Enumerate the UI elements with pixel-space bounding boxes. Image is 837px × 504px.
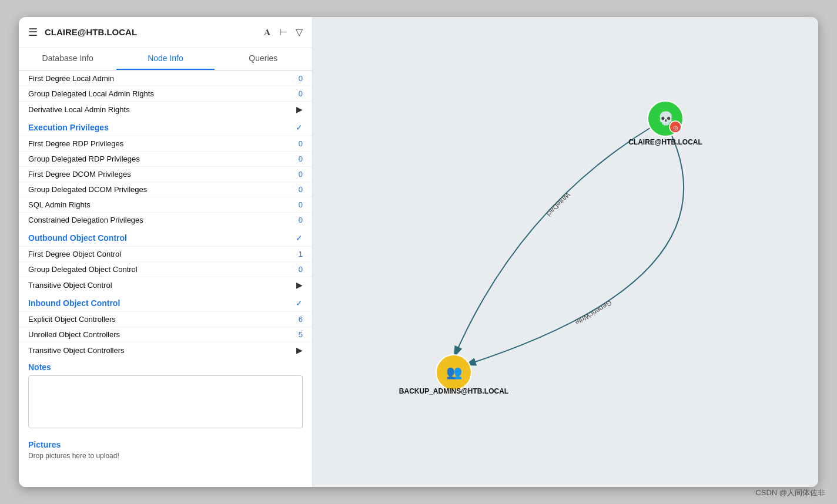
main-window: ☰ CLAIRE@HTB.LOCAL 𝐀 ⊢ ▽ Database Info N… xyxy=(19,17,818,487)
backup-label: BACKUP_ADMINS@HTB.LOCAL xyxy=(399,387,508,395)
row-label: First Degree Object Control xyxy=(28,250,121,258)
row-label: Transitive Object Control xyxy=(28,281,112,290)
graph-svg: WriteDacl GenericWrite 💀 ◎ CLAIRE@HTB.LO… xyxy=(313,17,818,487)
backup-group-icon: 👥 xyxy=(446,364,463,380)
execution-privileges-header[interactable]: Execution Privileges ✓ xyxy=(19,117,312,136)
row-arrow: ▶ xyxy=(296,280,303,290)
pictures-drop: Drop pictures here to upload! xyxy=(28,452,303,460)
row-value: 0 xyxy=(299,74,303,83)
row-value: 0 xyxy=(299,139,303,148)
row-label: Explicit Object Controllers xyxy=(28,315,116,324)
outbound-header[interactable]: Outbound Object Control ✓ xyxy=(19,227,312,246)
header-icons: 𝐀 ⊢ ▽ xyxy=(264,26,303,38)
row-value: 0 xyxy=(299,89,303,98)
row-label: First Degree Local Admin xyxy=(28,74,114,83)
sidebar-content: First Degree Local Admin 0 Group Delegat… xyxy=(19,70,312,487)
list-item[interactable]: Group Delegated Local Admin Rights 0 xyxy=(19,86,312,101)
pictures-section: Pictures Drop pictures here to upload! xyxy=(19,435,312,469)
sidebar: ☰ CLAIRE@HTB.LOCAL 𝐀 ⊢ ▽ Database Info N… xyxy=(19,17,313,487)
list-item[interactable]: Explicit Object Controllers 6 xyxy=(19,311,312,327)
list-item[interactable]: Transitive Object Controllers ▶ xyxy=(19,342,312,358)
inbound-chevron[interactable]: ✓ xyxy=(296,298,303,308)
list-item[interactable]: First Degree Object Control 1 xyxy=(19,246,312,261)
filter-icon[interactable]: ▽ xyxy=(296,26,303,38)
claire-target-cross: ◎ xyxy=(673,125,678,131)
list-item[interactable]: SQL Admin Rights 0 xyxy=(19,197,312,212)
row-label: Group Delegated DCOM Privileges xyxy=(28,185,147,194)
claire-label: CLAIRE@HTB.LOCAL xyxy=(628,138,702,146)
tab-queries[interactable]: Queries xyxy=(215,48,312,70)
row-label: Transitive Object Controllers xyxy=(28,346,125,355)
outbound-title: Outbound Object Control xyxy=(28,233,127,243)
row-label: Constrained Delegation Privileges xyxy=(28,216,143,224)
execution-privileges-chevron[interactable]: ✓ xyxy=(296,123,303,132)
list-item[interactable]: Group Delegated DCOM Privileges 0 xyxy=(19,182,312,197)
row-value: 0 xyxy=(299,170,303,179)
row-value: 0 xyxy=(299,154,303,163)
row-value: 5 xyxy=(299,330,303,339)
row-value: 1 xyxy=(299,250,303,258)
row-arrow: ▶ xyxy=(296,345,303,355)
notes-textarea[interactable] xyxy=(28,375,303,428)
row-value: 6 xyxy=(299,315,303,324)
list-item[interactable]: Group Delegated RDP Privileges 0 xyxy=(19,151,312,166)
row-label: Unrolled Object Controllers xyxy=(28,330,120,339)
list-item[interactable]: Derivative Local Admin Rights ▶ xyxy=(19,101,312,117)
list-item[interactable]: First Degree DCOM Privileges 0 xyxy=(19,166,312,182)
row-value: 0 xyxy=(299,216,303,224)
row-label: Group Delegated Local Admin Rights xyxy=(28,89,154,98)
outbound-chevron[interactable]: ✓ xyxy=(296,233,303,243)
row-label: Group Delegated RDP Privileges xyxy=(28,154,140,163)
sidebar-title: CLAIRE@HTB.LOCAL xyxy=(45,27,257,37)
svg-rect-0 xyxy=(313,32,818,472)
list-item[interactable]: Group Delegated Object Control 0 xyxy=(19,261,312,277)
notes-label: Notes xyxy=(28,362,303,372)
row-label: First Degree DCOM Privileges xyxy=(28,170,131,179)
list-item[interactable]: First Degree Local Admin 0 xyxy=(19,70,312,86)
list-item[interactable]: Constrained Delegation Privileges 0 xyxy=(19,212,312,227)
list-item[interactable]: First Degree RDP Privileges 0 xyxy=(19,136,312,151)
sidebar-header: ☰ CLAIRE@HTB.LOCAL 𝐀 ⊢ ▽ xyxy=(19,17,312,48)
row-label: SQL Admin Rights xyxy=(28,200,91,209)
execution-privileges-title: Execution Privileges xyxy=(28,123,109,132)
row-label: First Degree RDP Privileges xyxy=(28,139,123,148)
row-label: Derivative Local Admin Rights xyxy=(28,105,130,114)
tabs: Database Info Node Info Queries xyxy=(19,48,312,70)
list-item[interactable]: Unrolled Object Controllers 5 xyxy=(19,327,312,342)
notes-section: Notes xyxy=(19,358,312,435)
bookmark-icon[interactable]: ⊢ xyxy=(279,26,287,38)
row-value: 0 xyxy=(299,265,303,274)
hamburger-icon[interactable]: ☰ xyxy=(28,26,38,39)
inbound-title: Inbound Object Control xyxy=(28,298,120,308)
graph-area[interactable]: WriteDacl GenericWrite 💀 ◎ CLAIRE@HTB.LO… xyxy=(313,17,818,487)
row-arrow: ▶ xyxy=(296,105,303,114)
watermark: CSDN @人间体佐非 xyxy=(755,488,825,498)
list-item[interactable]: Transitive Object Control ▶ xyxy=(19,277,312,293)
row-value: 0 xyxy=(299,200,303,209)
tab-node-info[interactable]: Node Info xyxy=(116,48,214,70)
row-label: Group Delegated Object Control xyxy=(28,265,138,274)
row-value: 0 xyxy=(299,185,303,194)
inbound-header[interactable]: Inbound Object Control ✓ xyxy=(19,293,312,311)
main-layout: ☰ CLAIRE@HTB.LOCAL 𝐀 ⊢ ▽ Database Info N… xyxy=(19,17,818,487)
font-icon[interactable]: 𝐀 xyxy=(264,27,271,38)
pictures-label: Pictures xyxy=(28,440,303,449)
tab-database-info[interactable]: Database Info xyxy=(19,48,116,70)
